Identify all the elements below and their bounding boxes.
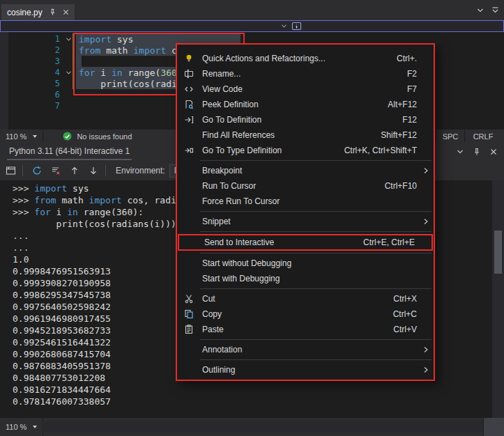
menu-separator bbox=[200, 231, 432, 232]
menu-item-label: Go To Type Definition bbox=[202, 146, 282, 155]
peek-definition-icon bbox=[181, 100, 197, 109]
change-tracking-bar bbox=[72, 67, 75, 78]
code-token: 0.9876883405951378 bbox=[13, 361, 111, 371]
menu-item-shortcut: Ctrl+F10 bbox=[385, 181, 417, 191]
code-token: 0.9961946980917455 bbox=[13, 313, 111, 324]
menu-item-shortcut: Ctrl+V bbox=[393, 325, 417, 334]
line-number: 2 bbox=[0, 45, 64, 55]
go-to-type-definition-icon bbox=[181, 146, 197, 155]
fold-chevron-icon[interactable] bbox=[64, 70, 72, 75]
menu-item-quick-actions-and-refactorings[interactable]: Quick Actions and Refactorings...Ctrl+. bbox=[177, 51, 434, 66]
code-token: ... bbox=[13, 231, 29, 241]
menu-item-run-to-cursor[interactable]: Run To CursorCtrl+F10 bbox=[177, 178, 434, 194]
code-token: in bbox=[112, 68, 123, 78]
menu-item-start-with-debugging[interactable]: Start with Debugging bbox=[177, 271, 434, 286]
menu-item-label: Run To Cursor bbox=[202, 181, 256, 191]
menu-item-find-all-references[interactable]: Find All ReferencesShift+F12 bbox=[177, 127, 434, 143]
close-icon[interactable] bbox=[490, 148, 497, 155]
editor-zoom-control[interactable]: 110 % bbox=[0, 130, 43, 143]
scope-dropdown[interactable] bbox=[281, 22, 302, 31]
interactive-line: 0.9781476007338057 bbox=[13, 396, 492, 408]
chevron-down-icon[interactable] bbox=[477, 8, 484, 13]
menu-item-copy[interactable]: CopyCtrl+C bbox=[177, 306, 434, 322]
code-token: for bbox=[34, 207, 50, 217]
menu-item-go-to-type-definition[interactable]: Go To Type DefinitionCtrl+K, Ctrl+Shift+… bbox=[177, 143, 434, 158]
document-tab-bar: cosine.py bbox=[0, 0, 504, 20]
navigation-bar[interactable] bbox=[0, 20, 504, 32]
menu-item-shortcut: Ctrl+X bbox=[393, 294, 417, 304]
code-token: 0.9816271834447664 bbox=[13, 384, 111, 395]
tab-cosine-py[interactable]: cosine.py bbox=[1, 4, 75, 20]
menu-item-view-code[interactable]: View CodeF7 bbox=[177, 81, 434, 97]
menu-item-annotation[interactable]: Annotation bbox=[177, 342, 434, 357]
menu-item-rename[interactable]: Rename...F2 bbox=[177, 66, 434, 81]
active-files-icon[interactable] bbox=[491, 7, 499, 14]
menu-item-label: Outlining bbox=[202, 365, 235, 375]
menu-item-outlining[interactable]: Outlining bbox=[177, 362, 434, 377]
rename-icon bbox=[181, 69, 197, 79]
fold-chevron-icon[interactable] bbox=[64, 37, 72, 42]
menu-item-label: Start without Debugging bbox=[202, 258, 291, 268]
editor-status-message: No issues found bbox=[77, 132, 132, 141]
code-token: import bbox=[34, 183, 67, 194]
submenu-arrow-icon bbox=[423, 218, 429, 225]
toolbar-separator bbox=[22, 165, 23, 176]
menu-item-breakpoint[interactable]: Breakpoint bbox=[177, 163, 434, 178]
interactive-line: 0.9816271834447664 bbox=[13, 384, 492, 396]
code-token: print(cos(radians(i))) bbox=[13, 219, 176, 229]
horizontal-scrollbar[interactable] bbox=[41, 421, 483, 433]
menu-item-label: Cut bbox=[202, 294, 215, 304]
line-ending-indicator[interactable]: CRLF bbox=[464, 130, 501, 143]
pin-icon[interactable] bbox=[49, 8, 56, 16]
menu-separator bbox=[200, 288, 432, 289]
visual-studio-window: cosine.py bbox=[0, 0, 504, 436]
new-interactive-window-icon[interactable] bbox=[2, 163, 19, 178]
window-position-icon[interactable] bbox=[457, 149, 464, 155]
menu-item-start-without-debugging[interactable]: Start without Debugging bbox=[177, 256, 434, 271]
code-token: sys bbox=[112, 34, 133, 45]
line-number: 5 bbox=[0, 79, 64, 88]
menu-item-shortcut: Ctrl+C bbox=[393, 309, 417, 319]
code-text: import sys bbox=[79, 34, 133, 45]
interactive-window-controls bbox=[457, 143, 497, 161]
change-tracking-bar bbox=[72, 100, 75, 111]
code-token: 0.9986295347545738 bbox=[13, 290, 111, 300]
scrollbar-thumb[interactable] bbox=[494, 231, 502, 274]
code-token: 1.0 bbox=[13, 254, 29, 265]
menu-item-go-to-definition[interactable]: Go To DefinitionF12 bbox=[177, 112, 434, 127]
menu-item-cut[interactable]: CutCtrl+X bbox=[177, 291, 434, 306]
menu-item-label: Send to Interactive bbox=[204, 238, 274, 247]
menu-item-label: Force Run To Cursor bbox=[202, 196, 280, 206]
pin-icon[interactable] bbox=[473, 148, 481, 156]
vertical-scrollbar[interactable] bbox=[492, 180, 504, 418]
line-number: 7 bbox=[0, 101, 64, 111]
code-text: for i in range(360): bbox=[79, 68, 188, 78]
menu-item-label: Breakpoint bbox=[202, 166, 242, 176]
code-token: 0.9781476007338057 bbox=[13, 396, 111, 407]
interactive-scope-icon bbox=[291, 22, 302, 31]
code-token: 0.9998476951563913 bbox=[13, 266, 111, 277]
menu-item-send-to-interactive[interactable]: Send to InteractiveCtrl+E, Ctrl+E bbox=[178, 234, 433, 251]
clear-screen-icon[interactable] bbox=[47, 163, 64, 178]
menu-item-peek-definition[interactable]: Peek DefinitionAlt+F12 bbox=[177, 97, 434, 112]
menu-item-paste[interactable]: PasteCtrl+V bbox=[177, 322, 434, 337]
menu-item-snippet[interactable]: Snippet bbox=[177, 214, 434, 229]
interactive-zoom-label: 110 % bbox=[6, 423, 26, 431]
menu-item-shortcut: Alt+F12 bbox=[388, 100, 417, 109]
menu-item-label: Peek Definition bbox=[202, 100, 259, 109]
history-previous-icon[interactable] bbox=[66, 163, 83, 178]
code-token: 0.984807753012208 bbox=[13, 373, 105, 383]
code-token: 0.9975640502598242 bbox=[13, 302, 111, 312]
code-token: 360 bbox=[160, 68, 176, 78]
reset-icon[interactable] bbox=[29, 163, 45, 178]
no-issues-check-icon[interactable] bbox=[63, 132, 72, 141]
menu-item-shortcut: Ctrl+K, Ctrl+Shift+T bbox=[344, 146, 417, 155]
close-icon[interactable] bbox=[63, 9, 69, 15]
menu-item-shortcut: F7 bbox=[407, 84, 417, 94]
change-tracking-bar bbox=[72, 33, 75, 45]
menu-item-label: Rename... bbox=[202, 69, 240, 79]
history-next-icon[interactable] bbox=[85, 163, 102, 178]
space-indicator[interactable]: SPC bbox=[436, 130, 464, 143]
menu-item-force-run-to-cursor[interactable]: Force Run To Cursor bbox=[177, 194, 434, 209]
interactive-zoom-control[interactable]: 110 % bbox=[0, 418, 43, 436]
